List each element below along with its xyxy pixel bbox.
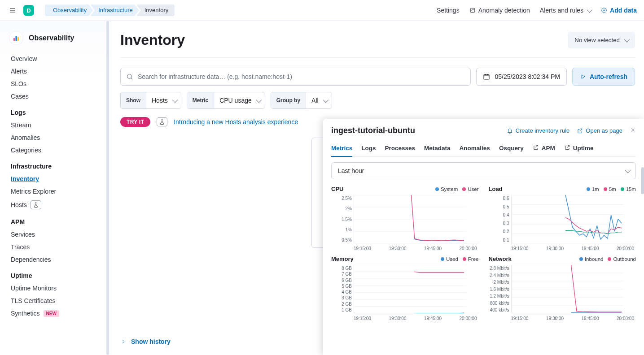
new-badge: NEW xyxy=(44,310,59,317)
sidebar-item-label: Hosts xyxy=(11,201,27,208)
scrollbar-thumb[interactable] xyxy=(641,167,644,194)
sidebar-item-label: Metrics Explorer xyxy=(11,188,56,195)
sidebar-item-slos[interactable]: SLOs xyxy=(0,78,111,90)
tab-label: Metrics xyxy=(331,145,352,152)
date-picker[interactable]: 05/25/2023 8:02:34 PM xyxy=(476,68,567,86)
legend-item: Outbound xyxy=(608,256,636,262)
show-history-button[interactable]: Show history xyxy=(120,331,171,352)
sidebar-item-hosts[interactable]: Hosts xyxy=(0,198,111,212)
sidebar-item-services[interactable]: Services xyxy=(0,228,111,241)
settings-link[interactable]: Settings xyxy=(437,7,460,14)
chart-title: CPU xyxy=(331,186,343,192)
sidebar-item-anomalies[interactable]: Anomalies xyxy=(0,131,111,144)
tab-apm[interactable]: APM xyxy=(533,142,555,156)
breadcrumb-infrastructure[interactable]: Infrastructure xyxy=(90,4,139,16)
y-axis: 8 GB7 GB6 GB5 GB4 GB3 GB2 GB1 GB xyxy=(331,265,354,313)
chart-legend: SystemUser xyxy=(435,186,479,192)
sidebar-item-traces[interactable]: Traces xyxy=(0,241,111,253)
anomaly-detection-link[interactable]: Anomaly detection xyxy=(469,7,530,14)
chart-plot[interactable] xyxy=(511,265,636,313)
sidebar-item-alerts[interactable]: Alerts xyxy=(0,65,111,78)
legend-item: 5m xyxy=(604,186,616,192)
close-icon[interactable] xyxy=(630,127,636,134)
alerts-rules-dropdown[interactable]: Alerts and rules xyxy=(540,7,591,14)
chevron-right-icon xyxy=(120,338,127,345)
timerange-selector[interactable]: Last hour xyxy=(331,162,636,179)
tab-metrics[interactable]: Metrics xyxy=(331,142,352,157)
sidebar-item-overview[interactable]: Overview xyxy=(0,52,111,65)
chart-plot[interactable] xyxy=(511,195,636,243)
view-selector-label: No view selected xyxy=(574,37,620,43)
chart-title: Network xyxy=(489,255,512,262)
chevron-down-icon xyxy=(255,97,260,104)
menu-icon[interactable] xyxy=(7,5,18,16)
open-as-page-link[interactable]: Open as page xyxy=(577,127,622,134)
sidebar-item-uptime-monitors[interactable]: Uptime Monitors xyxy=(0,282,111,294)
y-axis: 2.5%2%1.5%1%0.5% xyxy=(331,195,354,243)
space-badge[interactable]: D xyxy=(23,5,34,16)
tab-processes[interactable]: Processes xyxy=(385,142,416,156)
auto-refresh-button[interactable]: Auto-refresh xyxy=(572,68,635,86)
open-as-page-label: Open as page xyxy=(586,127,622,134)
chart-plot[interactable] xyxy=(354,265,479,313)
y-axis: 0.60.50.40.30.20.1 xyxy=(489,195,511,243)
tab-label: Metadata xyxy=(424,145,451,152)
sidebar-section-label: Logs xyxy=(0,103,111,119)
tab-uptime[interactable]: Uptime xyxy=(564,142,594,156)
show-history-label: Show history xyxy=(131,338,171,345)
sidebar-item-dependencies[interactable]: Dependencies xyxy=(0,253,111,266)
tab-label: Anomalies xyxy=(460,145,490,152)
search-input[interactable]: Search for infrastructure data… (e.g. ho… xyxy=(120,68,471,86)
tab-label: APM xyxy=(542,145,555,152)
svg-point-5 xyxy=(127,74,131,78)
chart-plot[interactable] xyxy=(354,195,479,243)
sidebar-item-synthetics[interactable]: SyntheticsNEW xyxy=(0,307,111,320)
sidebar-item-tls-certificates[interactable]: TLS Certificates xyxy=(0,294,111,307)
chevron-down-icon xyxy=(171,97,176,104)
topbar: D Observability Infrastructure Inventory… xyxy=(0,0,644,21)
tab-logs[interactable]: Logs xyxy=(361,142,376,156)
tab-metadata[interactable]: Metadata xyxy=(424,142,451,156)
groupby-dropdown[interactable]: Group by All xyxy=(271,92,332,109)
sidebar-header: Observability xyxy=(0,28,111,52)
view-selector-button[interactable]: No view selected xyxy=(568,32,635,48)
chevron-down-icon xyxy=(624,167,629,174)
sidebar-item-inventory[interactable]: Inventory xyxy=(0,173,111,185)
metric-dropdown[interactable]: Metric CPU usage xyxy=(187,92,265,109)
breadcrumb-observability[interactable]: Observability xyxy=(45,4,93,16)
create-inventory-rule-link[interactable]: Create inventory rule xyxy=(507,127,570,134)
tab-anomalies[interactable]: Anomalies xyxy=(460,142,490,156)
flyout-title: ingest-tutorial-ubuntu xyxy=(331,126,499,135)
flask-icon xyxy=(31,200,41,209)
sidebar-section-label: Infrastructure xyxy=(0,156,111,173)
sidebar-item-stream[interactable]: Stream xyxy=(0,119,111,131)
search-row: Search for infrastructure data… (e.g. ho… xyxy=(120,68,635,86)
promo-link[interactable]: Introducing a new Hosts analysis experie… xyxy=(174,118,298,126)
x-axis: 19:15:0019:30:0019:45:0020:00:00 xyxy=(331,316,479,321)
add-data-button[interactable]: Add data xyxy=(601,7,637,14)
sidebar-item-categories[interactable]: Categories xyxy=(0,144,111,156)
x-axis: 19:15:0019:30:0019:45:0020:00:00 xyxy=(489,316,636,321)
sidebar-item-metrics-explorer[interactable]: Metrics Explorer xyxy=(0,185,111,198)
sidebar: Observability Overview Alerts SLOs Cases… xyxy=(0,21,111,355)
controls-row: Show Hosts Metric CPU usage Group by All xyxy=(120,92,635,109)
tryit-badge: TRY IT xyxy=(120,117,150,127)
flyout-header: ingest-tutorial-ubuntu Create inventory … xyxy=(331,126,636,135)
timerange-value: Last hour xyxy=(338,167,364,174)
add-data-label: Add data xyxy=(610,7,637,14)
chart-legend: UsedFree xyxy=(441,256,479,262)
host-flyout: ingest-tutorial-ubuntu Create inventory … xyxy=(323,119,644,355)
x-axis: 19:15:0019:30:0019:45:0020:00:00 xyxy=(331,246,479,251)
chevron-down-icon xyxy=(623,37,628,43)
sidebar-item-cases[interactable]: Cases xyxy=(0,90,111,103)
tab-label: Logs xyxy=(361,145,376,152)
sidebar-item-label: Uptime Monitors xyxy=(11,285,57,292)
sidebar-top-items: Overview Alerts SLOs Cases xyxy=(0,52,111,103)
legend-item: Used xyxy=(441,256,458,262)
sidebar-item-label: Traces xyxy=(11,243,30,251)
tab-osquery[interactable]: Osquery xyxy=(499,142,524,156)
groupby-value: All xyxy=(311,97,319,104)
show-dropdown[interactable]: Show Hosts xyxy=(120,92,181,109)
groupby-label: Group by xyxy=(271,92,306,108)
chart-cpu: CPUSystemUser2.5%2%1.5%1%0.5%19:15:0019:… xyxy=(331,186,479,251)
